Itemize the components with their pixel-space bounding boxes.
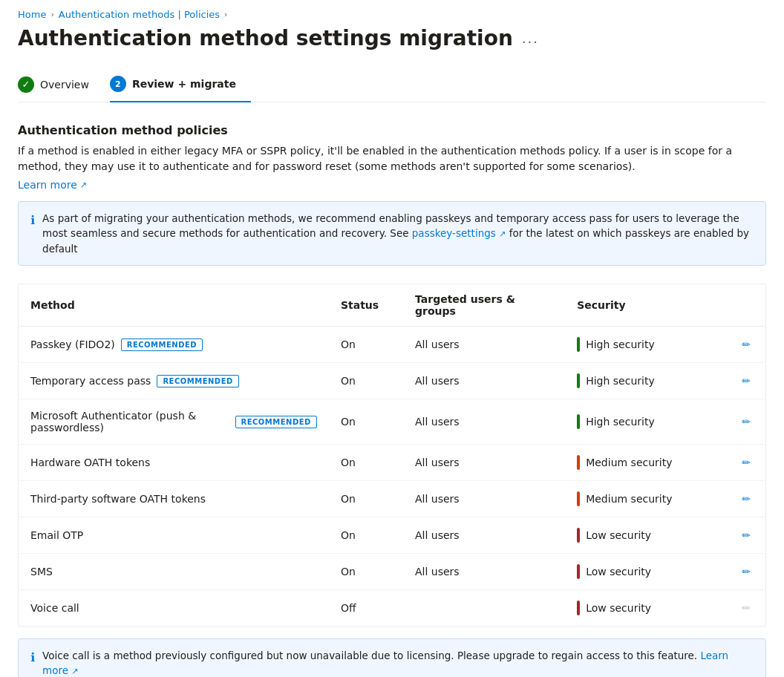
action-cell-3[interactable]: ✏ bbox=[727, 445, 765, 481]
edit-icon-4[interactable]: ✏ bbox=[739, 490, 754, 508]
security-label-4: Medium security bbox=[586, 493, 672, 505]
security-cell-7: Low security bbox=[565, 590, 727, 627]
targeted-cell-7 bbox=[403, 590, 565, 627]
info-circle-icon: ℹ bbox=[30, 212, 35, 229]
security-label-5: Low security bbox=[586, 529, 651, 541]
page-title-row: Authentication method settings migration… bbox=[18, 26, 766, 50]
security-label-1: High security bbox=[586, 375, 655, 387]
passkey-settings-external-icon: ↗ bbox=[499, 229, 506, 239]
security-bar-3 bbox=[577, 455, 580, 470]
table-row: Passkey (FIDO2)RECOMMENDEDOnAll usersHig… bbox=[19, 327, 765, 363]
step-overview-label: Overview bbox=[40, 79, 89, 91]
targeted-cell-6: All users bbox=[403, 554, 565, 590]
status-cell-5: On bbox=[329, 517, 403, 554]
table-header-row: Method Status Targeted users & groups Se… bbox=[19, 284, 765, 327]
method-cell-0: Passkey (FIDO2)RECOMMENDED bbox=[19, 327, 329, 363]
edit-icon-0[interactable]: ✏ bbox=[739, 336, 754, 353]
step-review-circle-icon: 2 bbox=[110, 76, 126, 92]
action-cell-1[interactable]: ✏ bbox=[727, 363, 765, 399]
table-row: Temporary access passRECOMMENDEDOnAll us… bbox=[19, 363, 765, 399]
action-cell-7: ✏ bbox=[727, 590, 765, 627]
security-label-2: High security bbox=[586, 416, 655, 428]
learn-more-link[interactable]: Learn more ↗ bbox=[18, 179, 87, 191]
table-row: Third-party software OATH tokensOnAll us… bbox=[19, 481, 765, 517]
recommended-badge-2: RECOMMENDED bbox=[235, 416, 317, 428]
more-options-button[interactable]: ... bbox=[522, 30, 539, 46]
warning-learn-more-icon: ↗ bbox=[71, 667, 78, 676]
targeted-cell-1: All users bbox=[403, 363, 565, 399]
col-header-status: Status bbox=[329, 284, 403, 327]
methods-table: Method Status Targeted users & groups Se… bbox=[19, 284, 765, 626]
table-row: SMSOnAll usersLow security✏ bbox=[19, 554, 765, 590]
security-cell-4: Medium security bbox=[565, 481, 727, 517]
table-row: Microsoft Authenticator (push & password… bbox=[19, 399, 765, 445]
security-bar-6 bbox=[577, 564, 580, 579]
edit-icon-6[interactable]: ✏ bbox=[739, 563, 754, 580]
method-name-0: Passkey (FIDO2) bbox=[30, 338, 115, 350]
warning-banner-text: Voice call is a method previously config… bbox=[42, 648, 754, 677]
security-bar-5 bbox=[577, 528, 580, 543]
status-cell-4: On bbox=[329, 481, 403, 517]
step-review-migrate-label: Review + migrate bbox=[132, 78, 236, 90]
security-cell-2: High security bbox=[565, 399, 727, 445]
info-banner: ℹ As part of migrating your authenticati… bbox=[18, 201, 766, 266]
page-title: Authentication method settings migration bbox=[18, 26, 513, 50]
edit-icon-5[interactable]: ✏ bbox=[739, 526, 754, 544]
security-label-7: Low security bbox=[586, 602, 651, 614]
action-cell-6[interactable]: ✏ bbox=[727, 554, 765, 590]
recommended-badge-1: RECOMMENDED bbox=[157, 375, 238, 387]
method-name-3: Hardware OATH tokens bbox=[30, 457, 150, 468]
security-label-0: High security bbox=[586, 338, 655, 350]
breadcrumb-sep1: › bbox=[50, 10, 53, 19]
security-cell-5: Low security bbox=[565, 517, 727, 554]
targeted-cell-0: All users bbox=[403, 327, 565, 363]
learn-more-label: Learn more bbox=[18, 179, 77, 191]
warning-info-icon: ℹ bbox=[30, 649, 35, 667]
breadcrumb-sep2: › bbox=[224, 10, 227, 19]
method-cell-4: Third-party software OATH tokens bbox=[19, 481, 329, 517]
method-name-1: Temporary access pass bbox=[30, 375, 151, 387]
col-header-targeted: Targeted users & groups bbox=[403, 284, 565, 327]
edit-icon-1[interactable]: ✏ bbox=[739, 372, 754, 390]
action-cell-2[interactable]: ✏ bbox=[727, 399, 765, 445]
action-cell-0[interactable]: ✏ bbox=[727, 327, 765, 363]
passkey-settings-link[interactable]: passkey-settings ↗ bbox=[412, 227, 509, 239]
method-cell-3: Hardware OATH tokens bbox=[19, 445, 329, 481]
breadcrumb-home[interactable]: Home bbox=[18, 9, 46, 20]
security-cell-6: Low security bbox=[565, 554, 727, 590]
method-name-2: Microsoft Authenticator (push & password… bbox=[30, 410, 229, 434]
status-cell-7: Off bbox=[329, 590, 403, 627]
status-cell-6: On bbox=[329, 554, 403, 590]
security-bar-4 bbox=[577, 491, 580, 506]
recommended-badge-0: RECOMMENDED bbox=[121, 338, 203, 351]
info-banner-text: As part of migrating your authentication… bbox=[42, 211, 754, 256]
section-desc: If a method is enabled in either legacy … bbox=[18, 143, 766, 174]
table-row: Email OTPOnAll usersLow security✏ bbox=[19, 517, 765, 554]
action-cell-4[interactable]: ✏ bbox=[727, 481, 765, 517]
steps-row: ✓ Overview 2 Review + migrate bbox=[18, 68, 766, 102]
edit-icon-7: ✏ bbox=[739, 599, 754, 617]
breadcrumb-section[interactable]: Authentication methods | Policies bbox=[59, 9, 220, 20]
passkey-settings-label: passkey-settings bbox=[412, 227, 496, 239]
section-title: Authentication method policies bbox=[18, 123, 766, 137]
targeted-cell-5: All users bbox=[403, 517, 565, 554]
security-bar-1 bbox=[577, 373, 580, 388]
security-bar-2 bbox=[577, 414, 580, 429]
step-overview[interactable]: ✓ Overview bbox=[18, 69, 104, 102]
method-cell-6: SMS bbox=[19, 554, 329, 590]
status-cell-2: On bbox=[329, 399, 403, 445]
table-row: Voice callOffLow security✏ bbox=[19, 590, 765, 627]
col-header-action bbox=[727, 284, 765, 327]
action-cell-5[interactable]: ✏ bbox=[727, 517, 765, 554]
status-cell-3: On bbox=[329, 445, 403, 481]
col-header-method: Method bbox=[19, 284, 329, 327]
status-cell-0: On bbox=[329, 327, 403, 363]
method-cell-1: Temporary access passRECOMMENDED bbox=[19, 363, 329, 399]
security-label-6: Low security bbox=[586, 566, 651, 578]
edit-icon-2[interactable]: ✏ bbox=[739, 413, 754, 431]
targeted-cell-2: All users bbox=[403, 399, 565, 445]
warning-text: Voice call is a method previously config… bbox=[42, 650, 697, 661]
edit-icon-3[interactable]: ✏ bbox=[739, 454, 754, 471]
step-review-migrate[interactable]: 2 Review + migrate bbox=[110, 68, 251, 102]
method-name-6: SMS bbox=[30, 566, 53, 578]
